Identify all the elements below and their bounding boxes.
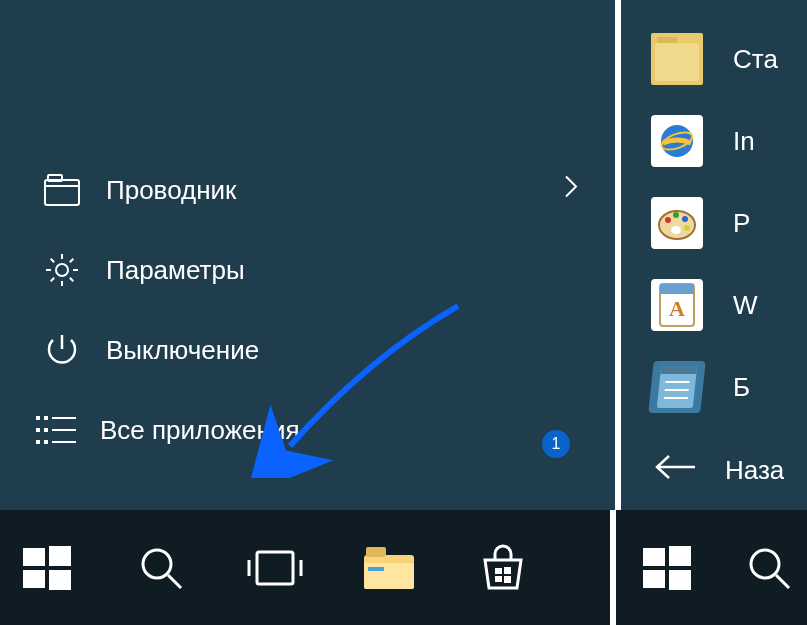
- svg-rect-8: [44, 440, 48, 444]
- svg-point-32: [143, 550, 171, 578]
- svg-point-18: [684, 225, 690, 231]
- svg-rect-31: [49, 570, 71, 590]
- notification-badge: 1: [542, 430, 570, 458]
- tile-label: Б: [733, 372, 750, 403]
- tile-wordpad[interactable]: A W: [621, 264, 807, 346]
- search-button[interactable]: [132, 539, 190, 597]
- notepad-icon: [648, 361, 705, 413]
- file-explorer-taskbar-button[interactable]: [360, 539, 418, 597]
- svg-rect-30: [23, 570, 45, 588]
- taskbar: [0, 510, 807, 625]
- svg-rect-1: [48, 175, 62, 181]
- all-apps-label: Все приложения: [100, 415, 300, 446]
- svg-line-33: [168, 575, 181, 588]
- svg-rect-43: [495, 576, 502, 582]
- svg-rect-7: [44, 428, 48, 432]
- arrow-left-icon: [653, 453, 697, 488]
- settings-label: Параметры: [106, 255, 245, 286]
- start-button[interactable]: [18, 539, 76, 597]
- svg-rect-45: [643, 548, 665, 566]
- svg-rect-11: [52, 441, 76, 443]
- tile-label: W: [733, 290, 758, 321]
- svg-rect-38: [366, 547, 386, 557]
- explorer-icon: [42, 170, 82, 210]
- svg-point-19: [671, 226, 681, 234]
- svg-rect-42: [504, 567, 511, 574]
- store-button[interactable]: [474, 539, 532, 597]
- search-button-secondary[interactable]: [740, 539, 798, 597]
- svg-line-50: [776, 575, 789, 588]
- power-icon: [42, 330, 82, 370]
- svg-point-16: [673, 212, 679, 218]
- svg-rect-9: [52, 417, 76, 419]
- svg-rect-47: [643, 570, 665, 588]
- taskbar-right: [610, 510, 807, 625]
- task-view-button[interactable]: [246, 539, 304, 597]
- svg-rect-4: [36, 428, 40, 432]
- svg-rect-3: [36, 416, 40, 420]
- paint-icon: [651, 197, 703, 249]
- svg-point-15: [665, 217, 671, 223]
- svg-rect-21: [660, 284, 694, 294]
- tile-label: Ста: [733, 44, 778, 75]
- start-menu-right-column: Ста In P: [615, 0, 807, 510]
- chevron-right-icon: [564, 175, 578, 206]
- power-label: Выключение: [106, 335, 259, 366]
- svg-rect-46: [669, 546, 691, 566]
- svg-rect-41: [495, 568, 502, 574]
- back-button[interactable]: Наза: [653, 453, 784, 488]
- gear-icon: [42, 250, 82, 290]
- all-apps-button[interactable]: Все приложения 1: [0, 390, 600, 470]
- svg-rect-6: [44, 416, 48, 420]
- spacer: [0, 0, 600, 150]
- svg-rect-0: [45, 180, 79, 205]
- tile-internet-explorer[interactable]: In: [621, 100, 807, 182]
- svg-rect-48: [669, 570, 691, 590]
- svg-rect-28: [23, 548, 45, 566]
- svg-rect-5: [36, 440, 40, 444]
- all-apps-icon: [36, 410, 76, 450]
- tile-notepad[interactable]: Б: [621, 346, 807, 428]
- svg-rect-40: [368, 567, 384, 571]
- svg-rect-34: [257, 552, 293, 584]
- svg-point-17: [682, 216, 688, 222]
- taskbar-left: [0, 510, 610, 625]
- internet-explorer-icon: [651, 115, 703, 167]
- tile-folder[interactable]: Ста: [621, 18, 807, 100]
- svg-rect-39: [364, 563, 414, 589]
- tile-label: In: [733, 126, 755, 157]
- tile-paint[interactable]: P: [621, 182, 807, 264]
- settings-button[interactable]: Параметры: [0, 230, 600, 310]
- svg-rect-44: [504, 576, 511, 583]
- svg-rect-29: [49, 546, 71, 566]
- tile-label: P: [733, 208, 750, 239]
- start-menu-left-column: Проводник Параметры Выключение: [0, 0, 600, 510]
- start-button-secondary[interactable]: [638, 539, 696, 597]
- svg-point-49: [751, 550, 779, 578]
- svg-rect-10: [52, 429, 76, 431]
- explorer-button[interactable]: Проводник: [0, 150, 600, 230]
- svg-point-2: [56, 264, 68, 276]
- explorer-label: Проводник: [106, 175, 236, 206]
- wordpad-icon: A: [651, 279, 703, 331]
- svg-text:A: A: [669, 296, 685, 321]
- folder-icon: [651, 33, 703, 85]
- power-button[interactable]: Выключение: [0, 310, 600, 390]
- svg-rect-24: [660, 366, 697, 374]
- back-label: Наза: [725, 455, 784, 486]
